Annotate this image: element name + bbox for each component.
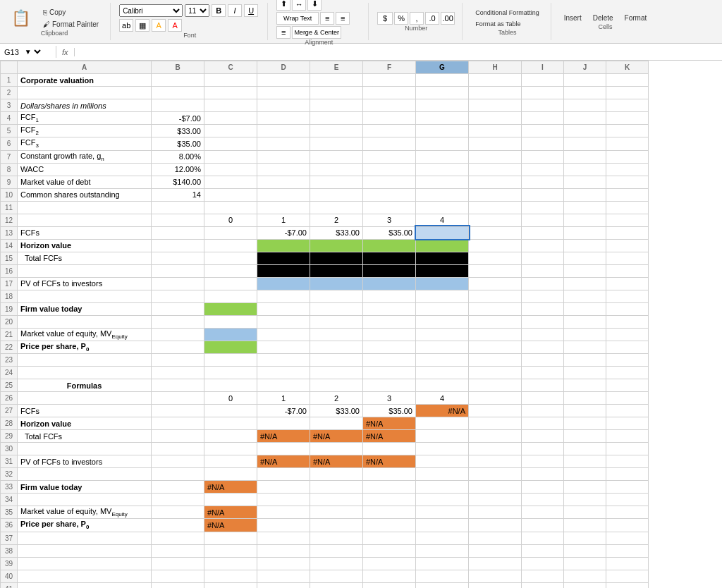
cell-F28[interactable]: #N/A [363,417,416,430]
cell-D4[interactable] [257,112,310,125]
cell-F8[interactable] [363,163,416,176]
cell-G10[interactable] [416,188,469,201]
cell-B19[interactable] [152,302,204,315]
cell-E13[interactable]: $33.00 [310,226,363,239]
cell-F31[interactable]: #N/A [363,455,416,468]
cell-J21[interactable] [564,328,606,341]
cell-I33[interactable] [522,481,564,494]
cell-C3[interactable] [204,99,257,112]
cell-B24[interactable] [152,367,204,379]
insert-button[interactable]: Insert [560,13,586,23]
cell-B8[interactable]: 12.00% [152,163,204,176]
align-right-button[interactable]: ≡ [276,26,290,39]
cell-A4[interactable]: FCF1 [18,112,152,125]
cell-C34[interactable] [204,494,257,506]
cell-K25[interactable] [606,379,649,392]
cell-B25[interactable] [152,379,204,392]
cell-B4[interactable]: -$7.00 [152,112,204,125]
cell-H28[interactable] [469,417,522,430]
cell-J5[interactable] [564,125,606,137]
italic-button[interactable]: I [228,4,242,17]
col-header-D[interactable]: D [257,61,310,74]
cell-I11[interactable] [522,201,564,214]
spreadsheet[interactable]: A B C D E F G H I J K 1 Corporate valuat… [0,61,722,588]
cell-A16[interactable] [18,264,152,277]
cell-I16[interactable] [522,264,564,277]
cell-A22[interactable]: Price per share, P0 [18,341,152,353]
cell-G33[interactable] [416,481,469,494]
cell-I17[interactable] [522,277,564,290]
cell-I25[interactable] [522,379,564,392]
cell-F12[interactable]: 3 [363,214,416,226]
cell-K33[interactable] [606,481,649,494]
col-header-H[interactable]: H [469,61,522,74]
col-header-B[interactable]: B [152,61,204,74]
cell-J35[interactable] [564,506,606,519]
cell-C10[interactable] [204,188,257,201]
cell-J28[interactable] [564,417,606,430]
font-color-button[interactable]: A [168,19,182,32]
cell-J20[interactable] [564,315,606,328]
cell-C28[interactable] [204,417,257,430]
cell-G15[interactable] [416,252,469,264]
cell-K4[interactable] [606,112,649,125]
align-bottom-button[interactable]: ⬇ [307,0,322,11]
cell-H31[interactable] [469,455,522,468]
cell-I4[interactable] [522,112,564,125]
cell-H21[interactable] [469,328,522,341]
cell-H32[interactable] [469,468,522,481]
cell-C26[interactable]: 0 [204,392,257,405]
cell-G24[interactable] [416,367,469,379]
cell-A9[interactable]: Market value of debt [18,176,152,188]
cell-B9[interactable]: $140.00 [152,176,204,188]
cell-G27[interactable]: #N/A [416,405,469,417]
cell-H12[interactable] [469,214,522,226]
cell-E30[interactable] [310,443,363,455]
cell-C33[interactable]: #N/A [204,481,257,494]
cell-A12[interactable] [18,214,152,226]
cell-E35[interactable] [310,506,363,519]
cell-F4[interactable] [363,112,416,125]
cell-H30[interactable] [469,443,522,455]
cell-C1[interactable] [204,74,257,87]
cell-B1[interactable] [152,74,204,87]
cell-B27[interactable] [152,405,204,417]
cell-K32[interactable] [606,468,649,481]
cell-H4[interactable] [469,112,522,125]
cell-D8[interactable] [257,163,310,176]
cell-I31[interactable] [522,455,564,468]
align-middle-button[interactable]: ↔ [292,0,306,11]
cell-C36[interactable]: #N/A [204,519,257,532]
cell-D21[interactable] [257,328,310,341]
cell-D28[interactable] [257,417,310,430]
cell-G12[interactable]: 4 [416,214,469,226]
cell-B30[interactable] [152,443,204,455]
cell-I7[interactable] [522,150,564,163]
cell-B33[interactable] [152,481,204,494]
cell-K11[interactable] [606,201,649,214]
cell-I26[interactable] [522,392,564,405]
cell-F6[interactable] [363,137,416,150]
cell-H24[interactable] [469,367,522,379]
cell-C4[interactable] [204,112,257,125]
cell-B16[interactable] [152,264,204,277]
cell-K19[interactable] [606,302,649,315]
cell-H15[interactable] [469,252,522,264]
cell-C31[interactable] [204,455,257,468]
format-as-table-button[interactable]: Format as Table [471,19,544,29]
cell-G36[interactable] [416,519,469,532]
cell-K17[interactable] [606,277,649,290]
cell-H34[interactable] [469,494,522,506]
cell-J34[interactable] [564,494,606,506]
cell-I22[interactable] [522,341,564,353]
cell-F3[interactable] [363,99,416,112]
cell-I14[interactable] [522,239,564,252]
cell-K7[interactable] [606,150,649,163]
cell-G34[interactable] [416,494,469,506]
cell-K26[interactable] [606,392,649,405]
cell-A8[interactable]: WACC [18,163,152,176]
strikethrough-button[interactable]: ab [119,19,133,32]
cell-I36[interactable] [522,519,564,532]
cell-A24[interactable] [18,367,152,379]
cell-B36[interactable] [152,519,204,532]
